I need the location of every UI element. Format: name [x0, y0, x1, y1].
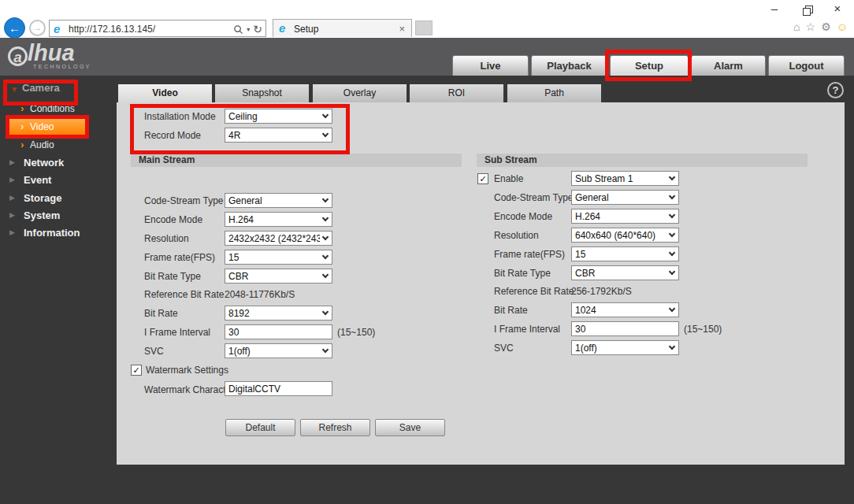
gear-icon[interactable]: ⚙: [821, 20, 831, 33]
nav-logout-button[interactable]: Logout: [768, 55, 845, 76]
ms-resolution-select[interactable]: 2432x2432 (2432*2432): [225, 231, 332, 246]
ss-enable-label: Enable: [494, 172, 523, 187]
tab-close-icon[interactable]: ×: [399, 23, 405, 35]
sidebar-item-conditions[interactable]: Conditions: [30, 103, 75, 114]
tab-video[interactable]: Video: [118, 84, 212, 102]
tab-overlay[interactable]: Overlay: [313, 84, 407, 102]
tab-path[interactable]: Path: [507, 84, 601, 102]
ms-frame-rate-label: Frame rate(FPS): [144, 250, 215, 265]
ss-i-frame-interval-input[interactable]: [571, 321, 679, 336]
page-refresh-icon[interactable]: ↻: [253, 23, 262, 35]
chevron-down-icon: [669, 306, 675, 312]
ms-bit-rate-type-select[interactable]: CBR: [225, 269, 332, 284]
ss-code-stream-type-select[interactable]: General: [571, 190, 679, 205]
address-bar[interactable]: e http://172.16.13.145/ ▾ ↻: [49, 20, 266, 37]
default-button[interactable]: Default: [225, 419, 295, 436]
ms-resolution-label: Resolution: [144, 232, 189, 246]
search-icon[interactable]: [233, 24, 243, 35]
ms-code-stream-type-label: Code-Stream Type: [144, 194, 224, 209]
dahua-logo: alhua TECHNOLOGY: [8, 40, 91, 69]
ss-frame-rate-select[interactable]: 15: [571, 246, 679, 261]
ss-i-frame-range-note: (15~150): [684, 322, 722, 337]
save-button[interactable]: Save: [375, 419, 445, 436]
ms-reference-bit-rate-label: Reference Bit Rate: [144, 287, 224, 302]
sub-stream-enable-checkbox[interactable]: ✓: [477, 173, 488, 184]
nav-live-button[interactable]: Live: [452, 55, 529, 76]
nav-setup-button[interactable]: Setup: [610, 55, 689, 76]
nav-playback-button[interactable]: Playback: [531, 55, 607, 76]
forward-button[interactable]: →: [29, 20, 46, 36]
conditions-arrow-icon: ›: [20, 102, 24, 114]
chevron-down-icon: [669, 269, 675, 275]
ms-i-frame-range-note: (15~150): [337, 325, 375, 340]
ss-code-stream-type-label: Code-Stream Type: [494, 191, 574, 206]
back-button[interactable]: ←: [4, 17, 25, 39]
ss-encode-mode-label: Encode Mode: [494, 209, 552, 224]
close-window-icon[interactable]: ×: [829, 2, 846, 15]
logo-a-icon: a: [8, 46, 28, 66]
watermark-character-label: Watermark Character: [144, 383, 234, 398]
home-icon[interactable]: ⌂: [793, 20, 800, 33]
record-mode-label: Record Mode: [144, 128, 201, 143]
refresh-button[interactable]: Refresh: [300, 419, 370, 436]
ss-enable-select[interactable]: Sub Stream 1: [571, 171, 679, 186]
address-dropdown-icon[interactable]: ▾: [247, 26, 250, 33]
help-icon[interactable]: ?: [827, 82, 844, 98]
sidebar-item-audio[interactable]: Audio: [30, 139, 54, 150]
ss-reference-bit-rate-value: 256-1792Kb/S: [571, 284, 632, 299]
ie-icon: e: [54, 22, 60, 35]
new-tab-button[interactable]: [415, 20, 433, 35]
ss-bit-rate-type-select[interactable]: CBR: [571, 265, 679, 280]
camera-expanded-icon[interactable]: ▼: [10, 85, 18, 94]
watermark-settings-label: Watermark Settings: [146, 363, 228, 378]
network-collapsed-icon[interactable]: ▶: [9, 158, 15, 166]
ss-reference-bit-rate-label: Reference Bit Rate: [494, 284, 574, 299]
url-text[interactable]: http://172.16.13.145/: [69, 24, 155, 35]
ms-svc-select[interactable]: 1(off): [225, 343, 332, 358]
ms-code-stream-type-select[interactable]: General: [225, 193, 332, 208]
watermark-character-input[interactable]: [225, 381, 332, 396]
ss-resolution-select[interactable]: 640x640 (640*640): [571, 228, 679, 243]
chevron-down-icon: [322, 112, 329, 118]
favorites-star-icon[interactable]: ☆: [806, 20, 816, 33]
browser-tab-setup[interactable]: e Setup ×: [273, 19, 412, 37]
screen: – × ← → e http://172.16.13.145/ ▾ ↻ e Se…: [0, 0, 854, 504]
record-mode-select[interactable]: 4R: [225, 128, 332, 143]
sidebar-item-camera[interactable]: Camera: [22, 82, 60, 94]
sidebar-item-system[interactable]: System: [24, 209, 60, 221]
ss-encode-mode-select[interactable]: H.264: [571, 209, 679, 224]
ss-svc-select[interactable]: 1(off): [571, 340, 679, 355]
sidebar-item-network[interactable]: Network: [24, 157, 64, 169]
tab-roi[interactable]: ROI: [410, 84, 503, 102]
installation-mode-select[interactable]: Ceiling: [225, 109, 332, 124]
ms-svc-label: SVC: [144, 344, 164, 359]
ms-frame-rate-select[interactable]: 15: [225, 250, 332, 265]
nav-alarm-button[interactable]: Alarm: [691, 55, 766, 76]
logo-tagline: TECHNOLOGY: [33, 64, 91, 69]
feedback-smiley-icon[interactable]: ☺: [837, 20, 848, 33]
ms-i-frame-interval-input[interactable]: [225, 324, 332, 339]
ms-encode-mode-label: Encode Mode: [144, 213, 202, 228]
sidebar-item-video-highlight[interactable]: › Video: [9, 117, 86, 135]
tab-snapshot[interactable]: Snapshot: [215, 84, 309, 102]
event-collapsed-icon[interactable]: ▶: [9, 176, 15, 183]
sidebar-item-storage[interactable]: Storage: [24, 192, 61, 204]
watermark-settings-checkbox[interactable]: ✓: [131, 365, 142, 376]
chevron-down-icon: [322, 253, 329, 259]
information-collapsed-icon[interactable]: ▶: [9, 228, 15, 236]
sidebar-item-information[interactable]: Information: [24, 227, 80, 239]
chevron-down-icon: [322, 196, 329, 202]
ss-resolution-label: Resolution: [494, 228, 539, 243]
storage-collapsed-icon[interactable]: ▶: [9, 194, 15, 202]
ss-bit-rate-select[interactable]: 1024: [571, 302, 679, 317]
sidebar-item-event[interactable]: Event: [24, 174, 51, 186]
tab-title: Setup: [294, 24, 318, 35]
ms-encode-mode-select[interactable]: H.264: [225, 212, 332, 227]
chevron-down-icon: [669, 231, 675, 237]
sidebar-item-video[interactable]: Video: [30, 121, 54, 132]
ms-bit-rate-select[interactable]: 8192: [225, 306, 332, 321]
restore-window-icon[interactable]: [803, 6, 812, 14]
system-collapsed-icon[interactable]: ▶: [9, 211, 15, 219]
ss-bit-rate-type-label: Bit Rate Type: [494, 266, 551, 281]
minimize-window-icon[interactable]: –: [766, 2, 783, 15]
